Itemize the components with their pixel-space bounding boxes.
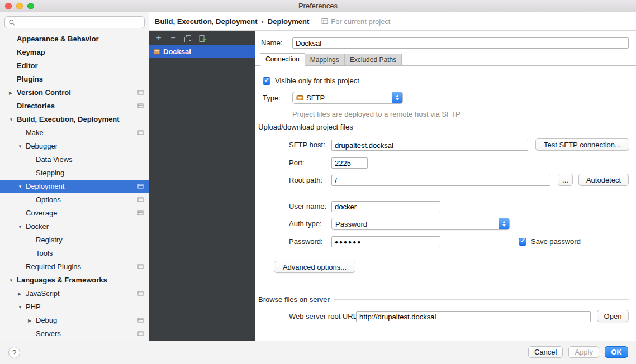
deployment-form: Name: Connection Mappings Excluded Paths… — [255, 31, 636, 341]
server-list: Docksal — [149, 45, 255, 58]
auth-type-label: Auth type: — [289, 218, 322, 230]
save-password-label: Save password — [531, 236, 581, 248]
sidebar-item-registry[interactable]: Registry — [0, 233, 149, 247]
copy-server-button[interactable] — [183, 31, 193, 45]
sidebar-item-docker[interactable]: Docker — [0, 220, 149, 233]
sidebar-item-coverage[interactable]: Coverage — [0, 207, 149, 220]
visible-only-label: Visible only for this project — [275, 75, 359, 87]
search-box[interactable] — [4, 16, 145, 28]
sidebar-item-plugins[interactable]: Plugins — [0, 73, 149, 86]
port-input[interactable] — [331, 157, 368, 169]
root-path-input[interactable] — [331, 175, 550, 186]
shared-settings-icon — [137, 183, 144, 189]
import-icon — [198, 35, 206, 42]
sidebar-item-debugger[interactable]: Debugger — [0, 140, 149, 153]
sidebar-item-appearance-behavior[interactable]: Appearance & Behavior — [0, 32, 149, 46]
section-browse: Browse files on server — [258, 294, 629, 304]
test-sftp-connection-button[interactable]: Test SFTP connection... — [535, 138, 629, 151]
sidebar-item-directories[interactable]: Directories — [0, 99, 149, 113]
sidebar-item-javascript[interactable]: JavaScript — [0, 287, 149, 300]
titlebar: Preferences — [0, 0, 636, 12]
sftp-host-input[interactable] — [331, 140, 528, 151]
sidebar-item-debug[interactable]: Debug — [0, 314, 149, 327]
browse-root-path-button[interactable]: ... — [558, 174, 573, 186]
visible-only-checkbox[interactable] — [263, 77, 270, 85]
shared-settings-icon — [137, 331, 144, 337]
sidebar-item-editor[interactable]: Editor — [0, 59, 149, 73]
chevron-down-icon[interactable] — [9, 274, 17, 288]
sidebar-item-make[interactable]: Make — [0, 126, 149, 140]
section-upload: Upload/download project files — [258, 122, 629, 132]
server-list-toolbar: + − — [149, 31, 255, 45]
password-label: Password: — [289, 236, 323, 248]
open-button[interactable]: Open — [597, 310, 629, 322]
deployment-server-icon — [153, 48, 160, 55]
window-title: Preferences — [0, 0, 636, 12]
dialog-footer: ? Cancel Apply OK — [0, 341, 636, 364]
sidebar-item-php[interactable]: PHP — [0, 300, 149, 314]
autodetect-button[interactable]: Autodetect — [578, 174, 629, 186]
breadcrumb-parent[interactable]: Build, Execution, Deployment — [155, 17, 257, 26]
sidebar-item-deployment[interactable]: Deployment — [0, 180, 149, 193]
help-button[interactable]: ? — [8, 347, 20, 358]
sidebar-item-required-plugins[interactable]: Required Plugins — [0, 260, 149, 274]
shared-settings-icon — [137, 130, 144, 136]
user-name-input[interactable] — [331, 201, 440, 212]
sidebar-item-data-views[interactable]: Data Views — [0, 153, 149, 166]
chevron-right-icon[interactable] — [18, 287, 26, 301]
section-divider — [334, 299, 629, 300]
sidebar-item-version-control[interactable]: Version Control — [0, 86, 149, 99]
sidebar-item-stepping[interactable]: Stepping — [0, 166, 149, 180]
ok-button[interactable]: OK — [605, 346, 628, 358]
type-select[interactable]: SFTP — [292, 92, 403, 104]
tab-excluded-paths[interactable]: Excluded Paths — [344, 54, 402, 65]
chevron-right-icon[interactable] — [28, 314, 36, 328]
shared-settings-icon — [137, 89, 144, 95]
section-divider — [357, 127, 629, 127]
save-password-checkbox[interactable] — [519, 238, 526, 246]
add-server-button[interactable]: + — [154, 31, 164, 45]
chevron-down-icon[interactable] — [18, 140, 26, 154]
chevron-down-icon[interactable] — [9, 113, 17, 127]
settings-sidebar: Appearance & Behavior Keymap Editor Plug… — [0, 12, 149, 341]
search-input[interactable] — [18, 17, 141, 27]
scope-label: For current project — [321, 17, 390, 26]
sidebar-item-tools[interactable]: Tools — [0, 247, 149, 260]
search-icon — [8, 19, 16, 26]
chevron-down-icon[interactable] — [18, 180, 26, 194]
auth-type-select[interactable]: Password — [331, 218, 510, 230]
sftp-host-label: SFTP host: — [289, 139, 325, 151]
shared-settings-icon — [137, 197, 144, 203]
apply-button[interactable]: Apply — [568, 346, 599, 358]
shared-settings-icon — [137, 264, 144, 270]
breadcrumb-current: Deployment — [268, 17, 309, 26]
preferences-window: Preferences Appearance & Behavior Keymap… — [0, 0, 636, 364]
tab-mappings[interactable]: Mappings — [305, 54, 345, 65]
shared-settings-icon — [137, 317, 144, 323]
tab-connection[interactable]: Connection — [260, 53, 305, 66]
chevron-down-icon[interactable] — [18, 220, 26, 234]
web-server-root-url-input[interactable] — [356, 311, 591, 322]
shared-settings-icon — [137, 210, 144, 216]
breadcrumb: Build, Execution, Deployment › Deploymen… — [149, 12, 636, 31]
password-input[interactable] — [331, 236, 440, 247]
sidebar-item-keymap[interactable]: Keymap — [0, 46, 149, 59]
type-value: SFTP — [306, 94, 325, 102]
remove-server-button[interactable]: − — [168, 31, 178, 45]
advanced-options-button[interactable]: Advanced options... — [274, 261, 355, 273]
server-list-item-docksal[interactable]: Docksal — [149, 45, 255, 58]
sidebar-item-options[interactable]: Options — [0, 193, 149, 207]
popup-stepper-icon — [392, 92, 402, 103]
popup-stepper-icon — [499, 218, 509, 229]
breadcrumb-separator-icon: › — [261, 17, 263, 26]
chevron-right-icon[interactable] — [9, 86, 17, 100]
sidebar-item-servers[interactable]: Servers — [0, 327, 149, 341]
sidebar-item-languages-frameworks[interactable]: Languages & Frameworks — [0, 274, 149, 287]
tab-bar: Connection Mappings Excluded Paths — [255, 53, 636, 66]
chevron-down-icon[interactable] — [18, 300, 26, 314]
sidebar-item-build-execution-deployment[interactable]: Build, Execution, Deployment — [0, 113, 149, 126]
name-input[interactable] — [292, 37, 629, 49]
import-server-button[interactable] — [197, 31, 207, 45]
user-name-label: User name: — [289, 200, 326, 213]
cancel-button[interactable]: Cancel — [528, 346, 563, 358]
